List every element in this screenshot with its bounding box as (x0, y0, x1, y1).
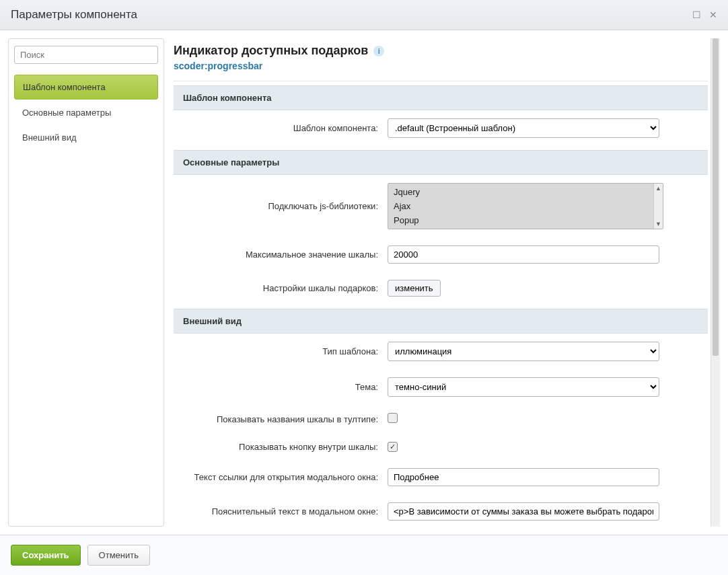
scroll-down-icon[interactable]: ▼ (654, 219, 663, 229)
row-tooltip-names: Показывать названия шкалы в тултипе: (174, 405, 708, 433)
select-type[interactable]: иллюминация (388, 342, 659, 361)
section-header-appearance: Внешний вид (174, 309, 708, 334)
row-js-libs: Подключать js-библиотеки: Jquery Ajax Po… (174, 175, 708, 237)
content-area: Индикатор доступных подарков i scoder:pr… (174, 38, 720, 527)
multiselect-option[interactable]: Jquery (390, 185, 652, 199)
sidebar: Шаблон компонента Основные параметры Вне… (8, 38, 164, 527)
save-button[interactable]: Сохранить (11, 545, 81, 566)
change-button[interactable]: изменить (388, 280, 441, 297)
multiselect-list: Jquery Ajax Popup (388, 184, 653, 229)
content-scroll: Индикатор доступных подарков i scoder:pr… (174, 38, 711, 527)
checkbox-tooltip[interactable] (388, 413, 398, 423)
section-header-template: Шаблон компонента (174, 85, 708, 110)
row-template-type: Тип шаблона: иллюминация (174, 334, 708, 369)
window-title: Параметры компонента (11, 8, 137, 22)
row-modal-link: Текст ссылки для открытия модального окн… (174, 460, 708, 494)
title-bar-controls: ☐ ✕ (692, 9, 717, 20)
input-modal-text[interactable] (388, 502, 659, 521)
search-input[interactable] (14, 46, 158, 64)
sidebar-item-template[interactable]: Шаблон компонента (14, 75, 158, 100)
multiselect-libs[interactable]: Jquery Ajax Popup ▲ ▼ (388, 183, 663, 229)
section-header-main: Основные параметры (174, 150, 708, 175)
row-template-select: Шаблон компонента: .default (Встроенный … (174, 110, 708, 146)
label-type: Тип шаблона: (183, 346, 378, 356)
row-scale-settings: Настройки шкалы подарков: изменить (174, 272, 708, 305)
dialog-window: Параметры компонента ☐ ✕ Шаблон компонен… (0, 0, 728, 575)
multiselect-option[interactable]: Popup (390, 213, 652, 227)
sidebar-item-label: Основные параметры (22, 108, 111, 118)
multiselect-option[interactable]: Ajax (390, 199, 652, 213)
sidebar-item-label: Внешний вид (22, 132, 77, 143)
label-modal-link: Текст ссылки для открытия модального окн… (183, 472, 378, 482)
content-scrollbar[interactable] (711, 38, 720, 527)
checkbox-button-inside[interactable]: ✓ (388, 442, 398, 452)
scrollbar-thumb[interactable] (713, 38, 719, 356)
footer-bar: Сохранить Отменить (0, 535, 728, 575)
select-theme[interactable]: темно-синий (388, 377, 659, 397)
sidebar-item-appearance[interactable]: Внешний вид (14, 126, 158, 149)
scroll-up-icon[interactable]: ▲ (654, 184, 663, 193)
label-theme: Тема: (183, 382, 378, 392)
maximize-icon[interactable]: ☐ (692, 9, 701, 20)
content-header: Индикатор доступных подарков i scoder:pr… (174, 38, 708, 81)
row-max-value: Максимальное значение шкалы: (174, 237, 708, 272)
row-modal-text: Пояснительный текст в модальном окне: (174, 494, 708, 527)
main-area: Шаблон компонента Основные параметры Вне… (0, 30, 728, 535)
multiselect-scrollbar[interactable]: ▲ ▼ (653, 184, 663, 229)
label-scale-settings: Настройки шкалы подарков: (183, 283, 378, 293)
sidebar-item-main[interactable]: Основные параметры (14, 101, 158, 124)
cancel-button[interactable]: Отменить (87, 545, 150, 566)
sidebar-list: Шаблон компонента Основные параметры Вне… (14, 75, 158, 149)
row-button-inside: Показывать кнопку внутри шкалы: ✓ (174, 433, 708, 460)
sidebar-item-label: Шаблон компонента (23, 82, 106, 92)
info-icon[interactable]: i (373, 46, 384, 56)
label-libs: Подключать js-библиотеки: (183, 201, 378, 211)
page-title: Индикатор доступных подарков (174, 44, 368, 58)
label-tooltip: Показывать названия шкалы в тултипе: (183, 414, 378, 424)
label-button-inside: Показывать кнопку внутри шкалы: (183, 442, 378, 452)
input-max-value[interactable] (388, 245, 659, 264)
input-modal-link[interactable] (388, 468, 659, 486)
row-theme: Тема: темно-синий (174, 369, 708, 405)
title-bar: Параметры компонента ☐ ✕ (0, 0, 728, 30)
component-code: scoder:progressbar (174, 61, 708, 71)
label-template: Шаблон компонента: (183, 123, 378, 133)
label-modal-text: Пояснительный текст в модальном окне: (183, 506, 378, 516)
select-template[interactable]: .default (Встроенный шаблон) (388, 118, 659, 138)
label-max: Максимальное значение шкалы: (183, 250, 378, 260)
close-icon[interactable]: ✕ (709, 9, 717, 20)
